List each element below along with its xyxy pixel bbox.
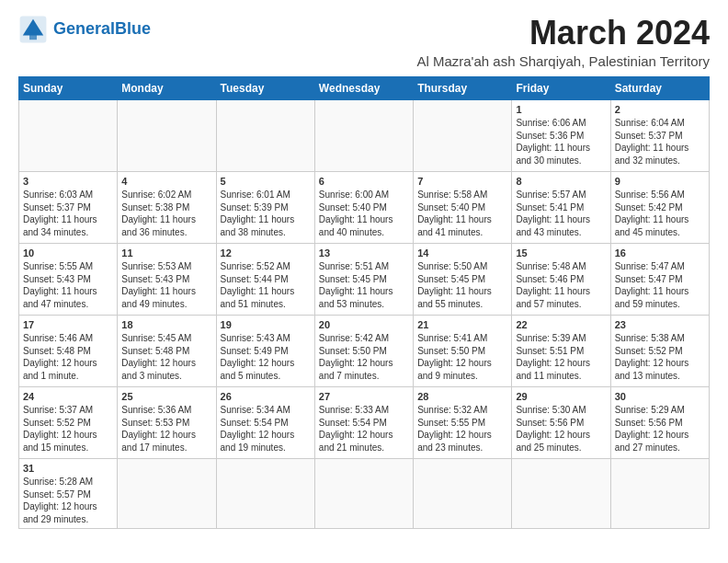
header: GeneralBlue March 2024 Al Mazra'ah ash S…	[18, 15, 710, 69]
day-cell	[314, 458, 413, 529]
day-cell	[216, 99, 314, 171]
day-number: 23	[615, 318, 705, 332]
day-number: 25	[121, 390, 211, 404]
day-number: 14	[417, 247, 507, 260]
day-info: Sunrise: 5:57 AM Sunset: 5:41 PM Dayligh…	[516, 190, 590, 237]
day-cell: 12Sunrise: 5:52 AM Sunset: 5:44 PM Dayli…	[216, 243, 314, 315]
week-row-1: 3Sunrise: 6:03 AM Sunset: 5:37 PM Daylig…	[19, 171, 710, 243]
day-cell: 29Sunrise: 5:30 AM Sunset: 5:56 PM Dayli…	[512, 386, 610, 458]
header-cell-friday: Friday	[512, 76, 610, 99]
day-cell	[118, 99, 216, 171]
day-number: 21	[417, 318, 507, 332]
logo-text: GeneralBlue	[53, 20, 151, 39]
day-info: Sunrise: 5:45 AM Sunset: 5:48 PM Dayligh…	[121, 333, 196, 381]
day-number: 31	[23, 462, 113, 476]
day-number: 10	[23, 247, 113, 260]
day-info: Sunrise: 5:56 AM Sunset: 5:42 PM Dayligh…	[615, 190, 689, 237]
calendar-header-row: SundayMondayTuesdayWednesdayThursdayFrid…	[19, 76, 710, 99]
day-number: 17	[23, 318, 113, 332]
day-number: 2	[615, 103, 705, 117]
day-number: 20	[319, 318, 409, 332]
day-info: Sunrise: 5:50 AM Sunset: 5:45 PM Dayligh…	[417, 261, 492, 309]
week-row-5: 31Sunrise: 5:28 AM Sunset: 5:57 PM Dayli…	[19, 458, 710, 529]
day-info: Sunrise: 5:51 AM Sunset: 5:45 PM Dayligh…	[319, 261, 393, 309]
day-info: Sunrise: 5:53 AM Sunset: 5:43 PM Dayligh…	[121, 261, 196, 309]
day-info: Sunrise: 5:46 AM Sunset: 5:48 PM Dayligh…	[23, 333, 97, 381]
logo-general: General	[53, 19, 115, 38]
day-cell	[414, 458, 512, 529]
day-number: 6	[319, 175, 409, 189]
day-number: 16	[615, 247, 705, 260]
day-info: Sunrise: 5:36 AM Sunset: 5:53 PM Dayligh…	[121, 405, 196, 453]
day-info: Sunrise: 5:41 AM Sunset: 5:50 PM Dayligh…	[417, 333, 492, 381]
day-info: Sunrise: 6:00 AM Sunset: 5:40 PM Dayligh…	[319, 190, 393, 237]
day-number: 9	[615, 175, 705, 189]
day-cell	[512, 458, 610, 529]
day-cell: 4Sunrise: 6:02 AM Sunset: 5:38 PM Daylig…	[118, 171, 216, 243]
day-number: 5	[221, 175, 311, 189]
day-cell: 3Sunrise: 6:03 AM Sunset: 5:37 PM Daylig…	[19, 171, 118, 243]
day-number: 11	[121, 247, 211, 260]
day-number: 1	[516, 103, 606, 117]
day-cell: 25Sunrise: 5:36 AM Sunset: 5:53 PM Dayli…	[118, 386, 216, 458]
day-info: Sunrise: 5:52 AM Sunset: 5:44 PM Dayligh…	[221, 261, 295, 309]
day-cell: 19Sunrise: 5:43 AM Sunset: 5:49 PM Dayli…	[216, 315, 314, 386]
day-cell: 18Sunrise: 5:45 AM Sunset: 5:48 PM Dayli…	[118, 315, 216, 386]
day-cell: 8Sunrise: 5:57 AM Sunset: 5:41 PM Daylig…	[512, 171, 610, 243]
week-row-2: 10Sunrise: 5:55 AM Sunset: 5:43 PM Dayli…	[19, 243, 710, 315]
logo-blue: Blue	[115, 19, 151, 38]
day-info: Sunrise: 6:02 AM Sunset: 5:38 PM Dayligh…	[121, 190, 196, 237]
day-number: 3	[23, 175, 113, 189]
day-number: 7	[417, 175, 507, 189]
day-cell: 6Sunrise: 6:00 AM Sunset: 5:40 PM Daylig…	[314, 171, 413, 243]
day-info: Sunrise: 5:39 AM Sunset: 5:51 PM Dayligh…	[516, 333, 590, 381]
day-number: 30	[615, 390, 705, 404]
day-info: Sunrise: 5:28 AM Sunset: 5:57 PM Dayligh…	[23, 477, 97, 524]
day-info: Sunrise: 5:32 AM Sunset: 5:55 PM Dayligh…	[417, 405, 492, 453]
day-info: Sunrise: 5:37 AM Sunset: 5:52 PM Dayligh…	[23, 405, 97, 453]
day-cell: 2Sunrise: 6:04 AM Sunset: 5:37 PM Daylig…	[610, 99, 709, 171]
day-info: Sunrise: 5:38 AM Sunset: 5:52 PM Dayligh…	[615, 333, 689, 381]
calendar-table: SundayMondayTuesdayWednesdayThursdayFrid…	[18, 76, 710, 530]
day-cell	[314, 99, 413, 171]
day-cell: 17Sunrise: 5:46 AM Sunset: 5:48 PM Dayli…	[19, 315, 118, 386]
day-number: 13	[319, 247, 409, 260]
day-info: Sunrise: 6:01 AM Sunset: 5:39 PM Dayligh…	[221, 190, 295, 237]
logo-area: GeneralBlue	[18, 15, 151, 44]
day-cell: 5Sunrise: 6:01 AM Sunset: 5:39 PM Daylig…	[216, 171, 314, 243]
title-area: March 2024 Al Mazra'ah ash Sharqiyah, Pa…	[416, 15, 710, 69]
day-cell	[216, 458, 314, 529]
day-number: 12	[221, 247, 311, 260]
day-number: 4	[121, 175, 211, 189]
day-info: Sunrise: 6:04 AM Sunset: 5:37 PM Dayligh…	[615, 118, 689, 166]
day-cell	[118, 458, 216, 529]
day-info: Sunrise: 5:34 AM Sunset: 5:54 PM Dayligh…	[221, 405, 295, 453]
header-cell-thursday: Thursday	[414, 76, 512, 99]
svg-rect-2	[29, 32, 37, 40]
header-cell-saturday: Saturday	[610, 76, 709, 99]
header-cell-wednesday: Wednesday	[314, 76, 413, 99]
day-info: Sunrise: 5:42 AM Sunset: 5:50 PM Dayligh…	[319, 333, 393, 381]
day-cell: 13Sunrise: 5:51 AM Sunset: 5:45 PM Dayli…	[314, 243, 413, 315]
day-info: Sunrise: 5:48 AM Sunset: 5:46 PM Dayligh…	[516, 261, 590, 309]
day-number: 8	[516, 175, 606, 189]
day-info: Sunrise: 5:43 AM Sunset: 5:49 PM Dayligh…	[221, 333, 295, 381]
day-cell: 11Sunrise: 5:53 AM Sunset: 5:43 PM Dayli…	[118, 243, 216, 315]
day-info: Sunrise: 6:06 AM Sunset: 5:36 PM Dayligh…	[516, 118, 590, 166]
day-number: 19	[221, 318, 311, 332]
day-cell: 10Sunrise: 5:55 AM Sunset: 5:43 PM Dayli…	[19, 243, 118, 315]
day-cell: 22Sunrise: 5:39 AM Sunset: 5:51 PM Dayli…	[512, 315, 610, 386]
day-number: 15	[516, 247, 606, 260]
day-number: 29	[516, 390, 606, 404]
day-info: Sunrise: 5:30 AM Sunset: 5:56 PM Dayligh…	[516, 405, 590, 453]
day-number: 22	[516, 318, 606, 332]
day-cell: 9Sunrise: 5:56 AM Sunset: 5:42 PM Daylig…	[610, 171, 709, 243]
day-cell	[610, 458, 709, 529]
day-cell: 24Sunrise: 5:37 AM Sunset: 5:52 PM Dayli…	[19, 386, 118, 458]
week-row-0: 1Sunrise: 6:06 AM Sunset: 5:36 PM Daylig…	[19, 99, 710, 171]
subtitle: Al Mazra'ah ash Sharqiyah, Palestinian T…	[416, 53, 710, 69]
main-title: March 2024	[416, 15, 710, 52]
day-cell: 31Sunrise: 5:28 AM Sunset: 5:57 PM Dayli…	[19, 458, 118, 529]
day-cell: 15Sunrise: 5:48 AM Sunset: 5:46 PM Dayli…	[512, 243, 610, 315]
week-row-4: 24Sunrise: 5:37 AM Sunset: 5:52 PM Dayli…	[19, 386, 710, 458]
